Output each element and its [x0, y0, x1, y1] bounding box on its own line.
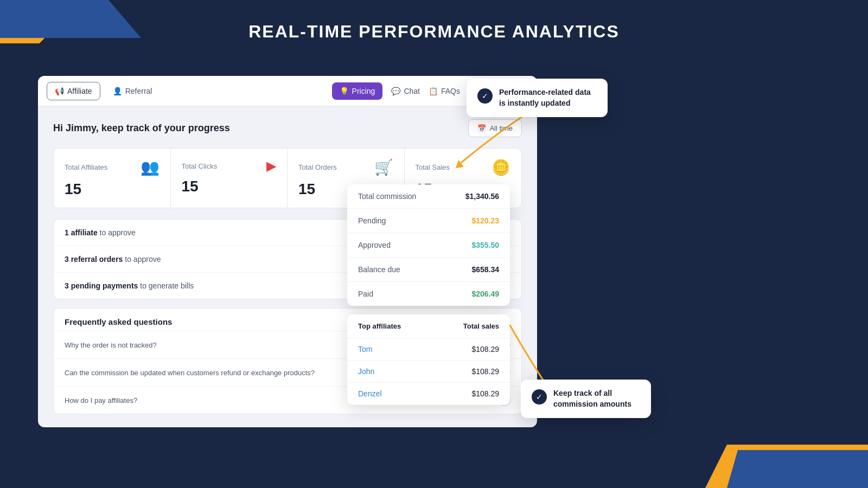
chat-icon: 💬 [391, 87, 400, 95]
commission-panel: Total commission $1,340.56 Pending $120.… [347, 184, 510, 306]
calendar-icon: 📅 [477, 124, 486, 132]
affiliate-row-john: John $108.29 [347, 361, 510, 383]
stat-value-affiliates: 15 [65, 181, 159, 198]
tab-referral[interactable]: 👤 Referral [105, 82, 161, 100]
pricing-icon: 💡 [340, 87, 349, 95]
cursor-icon: ▶ [266, 158, 276, 174]
affiliate-icon: 📢 [55, 87, 64, 95]
nav-bar: 📢 Affiliate 👤 Referral 💡 Pricing 💬 Chat … [38, 76, 537, 106]
commission-row-total: Total commission $1,340.56 [347, 184, 510, 209]
tooltip-commission: ✓ Keep track of all commission amounts [521, 380, 651, 418]
action-bold-payments: 3 pending payments [65, 281, 138, 290]
action-rest-referral: to approve [125, 255, 161, 264]
tab-pricing[interactable]: 💡 Pricing [332, 82, 383, 100]
commission-row-balance: Balance due $658.34 [347, 258, 510, 282]
tooltip-commission-text: Keep track of all commission amounts [553, 388, 640, 409]
tooltip-performance: ✓ Performance-related data is instantly … [467, 79, 608, 117]
commission-row-approved: Approved $355.50 [347, 233, 510, 258]
all-time-button[interactable]: 📅 All time [468, 119, 522, 137]
corner-decoration-bottom-right-blue [727, 450, 868, 488]
users-icon: 👥 [141, 158, 159, 176]
page-title: REAL-TIME PERFORMANCE ANALYTICS [0, 22, 868, 42]
action-rest-payments: to generate bills [140, 281, 194, 290]
affiliates-panel: Top affiliates Total sales Tom $108.29 J… [347, 314, 510, 405]
commission-row-pending: Pending $120.23 [347, 209, 510, 233]
stat-value-clicks: 15 [182, 178, 277, 195]
action-rest-affiliate: to approve [100, 228, 136, 237]
coins-icon: 🪙 [492, 158, 510, 176]
referral-icon: 👤 [113, 87, 122, 95]
faqs-icon: 📋 [429, 87, 438, 95]
tab-affiliate[interactable]: 📢 Affiliate [47, 82, 100, 100]
affiliates-header: Top affiliates Total sales [347, 314, 510, 338]
affiliate-row-tom: Tom $108.29 [347, 338, 510, 361]
stat-card-clicks: Total Clicks ▶ 15 [171, 149, 288, 208]
commission-row-paid: Paid $206.49 [347, 282, 510, 306]
stat-card-affiliates: Total Affiliates 👥 15 [54, 149, 171, 208]
tab-chat[interactable]: 💬 Chat [391, 87, 420, 95]
action-bold-referral: 3 referral orders [65, 255, 123, 264]
cart-icon: 🛒 [374, 158, 393, 176]
tab-faqs[interactable]: 📋 FAQs [429, 87, 460, 95]
tooltip-performance-text: Performance-related data is instantly up… [499, 87, 597, 108]
greeting-text: Hi Jimmy, keep track of your progress [53, 123, 230, 134]
action-bold-affiliate: 1 affiliate [65, 228, 98, 237]
content-header: Hi Jimmy, keep track of your progress 📅 … [53, 119, 522, 137]
check-icon-commission: ✓ [532, 389, 547, 404]
affiliate-row-denzel: Denzel $108.29 [347, 383, 510, 405]
check-icon-performance: ✓ [477, 88, 493, 104]
